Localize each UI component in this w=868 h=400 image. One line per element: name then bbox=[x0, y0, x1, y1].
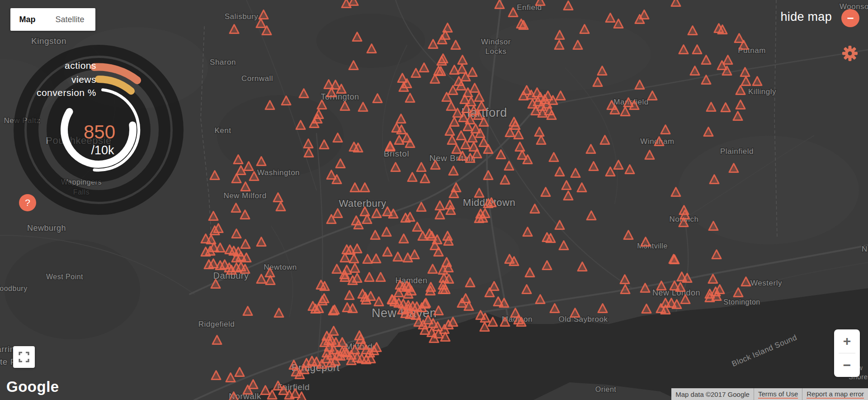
help-button[interactable]: ? bbox=[19, 194, 36, 211]
attribution-bar: Map data ©2017 Google Terms of Use Repor… bbox=[671, 388, 868, 400]
map-label: Waterbury bbox=[339, 198, 386, 209]
google-logo[interactable]: Google bbox=[6, 378, 59, 395]
map-label: Westerly bbox=[750, 279, 782, 287]
map-label: Orient bbox=[595, 386, 617, 393]
map-label: Old Saybrook bbox=[559, 315, 608, 324]
hide-map-button[interactable]: − bbox=[841, 9, 859, 27]
map-label: Plainfield bbox=[720, 147, 754, 156]
map-label: N bbox=[862, 245, 868, 253]
zoom-out-button[interactable]: − bbox=[834, 353, 860, 377]
map-screen: KingstonSalisburyEnfieldWindsorLocksShar… bbox=[0, 0, 868, 400]
terms-of-use-link[interactable]: Terms of Use bbox=[754, 388, 802, 400]
legend-conversion-label: conversion % bbox=[37, 87, 96, 98]
legend-views-label: views bbox=[71, 74, 96, 85]
map-label: Salisbury bbox=[225, 12, 258, 21]
legend-actions-label: actions bbox=[65, 60, 96, 71]
map-label: Windsor bbox=[481, 38, 511, 46]
map-label: Kent bbox=[215, 126, 231, 135]
gauge-value: 850 bbox=[84, 121, 115, 143]
map-label: Cornwall bbox=[241, 74, 273, 83]
map-label: Washington bbox=[257, 168, 300, 177]
map-type-satellite-button[interactable]: Satellite bbox=[44, 8, 95, 31]
report-map-error-link[interactable]: Report a map error bbox=[802, 388, 868, 400]
hide-map-label: hide map bbox=[781, 10, 832, 24]
map-type-map-button[interactable]: Map bbox=[10, 8, 44, 31]
map-label: Stonington bbox=[723, 298, 760, 306]
gauge-denominator: /10k bbox=[91, 143, 114, 157]
map-type-control: Map Satellite bbox=[10, 8, 95, 31]
zoom-in-button[interactable]: + bbox=[834, 329, 860, 353]
map-label: Woodbury bbox=[0, 285, 28, 292]
gear-icon bbox=[841, 45, 859, 62]
map-label: Locks bbox=[486, 47, 507, 56]
map-label: Sharon bbox=[210, 58, 236, 67]
map-label: New Milford bbox=[223, 191, 266, 200]
fullscreen-icon bbox=[18, 351, 30, 363]
map-label: Ridgefield bbox=[198, 320, 235, 329]
map-label: West Point bbox=[46, 273, 83, 281]
map-label: Killingly bbox=[748, 87, 776, 96]
settings-button[interactable] bbox=[841, 45, 859, 62]
fullscreen-button[interactable] bbox=[13, 346, 35, 368]
map-data-attribution: Map data ©2017 Google bbox=[671, 388, 754, 400]
zoom-control: + − bbox=[834, 329, 860, 377]
